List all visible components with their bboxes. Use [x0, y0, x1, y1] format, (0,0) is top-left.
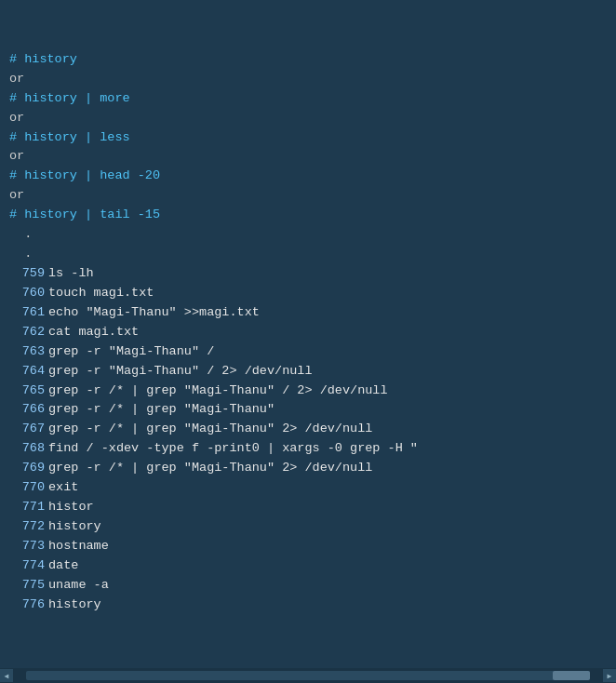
line-number: 767: [9, 420, 45, 439]
comment-text: # history | more: [9, 91, 130, 105]
terminal-line: 764grep -r "Magi-Thanu" / 2> /dev/null: [9, 362, 607, 382]
terminal-line: 766grep -r /* | grep "Magi-Thanu": [9, 400, 607, 420]
line-number: 761: [9, 303, 45, 323]
command-text: hostname: [48, 539, 109, 553]
terminal-line: 759ls -lh: [9, 264, 607, 284]
command-text: cat magi.txt: [48, 325, 139, 339]
command-text: grep -r "Magi-Thanu" / 2> /dev/null: [48, 364, 313, 378]
terminal-line: 769grep -r /* | grep "Magi-Thanu" 2> /de…: [9, 459, 607, 478]
command-text: grep -r "Magi-Thanu" /: [48, 344, 214, 358]
comment-text: # history: [9, 52, 77, 66]
command-text: histor: [48, 500, 94, 514]
terminal-line: 765grep -r /* | grep "Magi-Thanu" / 2> /…: [9, 382, 607, 401]
plain-text: or: [9, 111, 24, 125]
line-number: 769: [9, 459, 45, 478]
terminal-line: 772history: [9, 517, 607, 537]
terminal-line: or: [9, 147, 607, 167]
terminal-line: 776history: [9, 596, 607, 615]
plain-text: .: [9, 247, 32, 261]
command-text: touch magi.txt: [48, 286, 154, 300]
line-number: 759: [9, 264, 45, 284]
terminal-window: # historyor# history | moreor# history |…: [0, 0, 616, 683]
line-number: 765: [9, 382, 45, 401]
terminal-line: 770exit: [9, 478, 607, 498]
plain-text: or: [9, 188, 24, 202]
line-number: 774: [9, 556, 45, 576]
terminal-line: # history: [9, 50, 607, 70]
terminal-line: 762cat magi.txt: [9, 323, 607, 342]
terminal-line: .: [9, 245, 607, 264]
line-number: 775: [9, 576, 45, 596]
terminal-line: # history | less: [9, 128, 607, 148]
terminal-line: # history | more: [9, 89, 607, 109]
terminal-line: 771histor: [9, 498, 607, 517]
line-number: 776: [9, 596, 45, 615]
line-number: 773: [9, 537, 45, 556]
command-text: grep -r /* | grep "Magi-Thanu" / 2> /dev…: [48, 383, 388, 397]
terminal-line: 768find / -xdev -type f -print0 | xargs …: [9, 439, 607, 459]
comment-text: # history | head -20: [9, 168, 160, 182]
line-number: 760: [9, 284, 45, 303]
terminal-line: 774date: [9, 556, 607, 576]
plain-text: or: [9, 72, 24, 86]
terminal-line: .: [9, 225, 607, 245]
plain-text: or: [9, 149, 24, 163]
command-text: grep -r /* | grep "Magi-Thanu": [48, 402, 275, 416]
comment-text: # history | less: [9, 130, 130, 144]
terminal-line: 763grep -r "Magi-Thanu" /: [9, 342, 607, 362]
command-text: grep -r /* | grep "Magi-Thanu" 2> /dev/n…: [48, 422, 372, 435]
terminal-output: # historyor# history | moreor# history |…: [0, 0, 616, 683]
terminal-line: 775uname -a: [9, 576, 607, 596]
scroll-right-button[interactable]: ▶: [603, 669, 616, 682]
horizontal-scrollbar[interactable]: ◀ ▶: [0, 668, 616, 683]
command-text: history: [48, 597, 101, 611]
line-number: 763: [9, 342, 45, 362]
terminal-line: 773hostname: [9, 537, 607, 556]
command-text: find / -xdev -type f -print0 | xargs -0 …: [48, 441, 418, 455]
scrollbar-track[interactable]: [26, 671, 590, 680]
command-text: grep -r /* | grep "Magi-Thanu" 2> /dev/n…: [48, 461, 372, 475]
plain-text: .: [9, 227, 32, 241]
line-number: 772: [9, 517, 45, 537]
line-number: 771: [9, 498, 45, 517]
line-number: 764: [9, 362, 45, 382]
terminal-line: or: [9, 70, 607, 89]
terminal-line: 761echo "Magi-Thanu" >>magi.txt: [9, 303, 607, 323]
terminal-line: 767grep -r /* | grep "Magi-Thanu" 2> /de…: [9, 420, 607, 439]
terminal-line: # history | tail -15: [9, 206, 607, 225]
command-text: uname -a: [48, 578, 109, 592]
terminal-line: 760touch magi.txt: [9, 284, 607, 303]
terminal-line: or: [9, 109, 607, 128]
terminal-line: # history | head -20: [9, 167, 607, 186]
command-text: ls -lh: [48, 266, 94, 280]
command-text: echo "Magi-Thanu" >>magi.txt: [48, 305, 260, 319]
line-number: 770: [9, 478, 45, 498]
scrollbar-thumb[interactable]: [553, 671, 590, 680]
terminal-line: or: [9, 186, 607, 206]
command-text: date: [48, 558, 78, 572]
command-text: history: [48, 519, 101, 533]
line-number: 768: [9, 439, 45, 459]
scroll-left-button[interactable]: ◀: [0, 669, 13, 682]
command-text: exit: [48, 480, 78, 494]
line-number: 762: [9, 323, 45, 342]
comment-text: # history | tail -15: [9, 208, 160, 221]
line-number: 766: [9, 400, 45, 420]
